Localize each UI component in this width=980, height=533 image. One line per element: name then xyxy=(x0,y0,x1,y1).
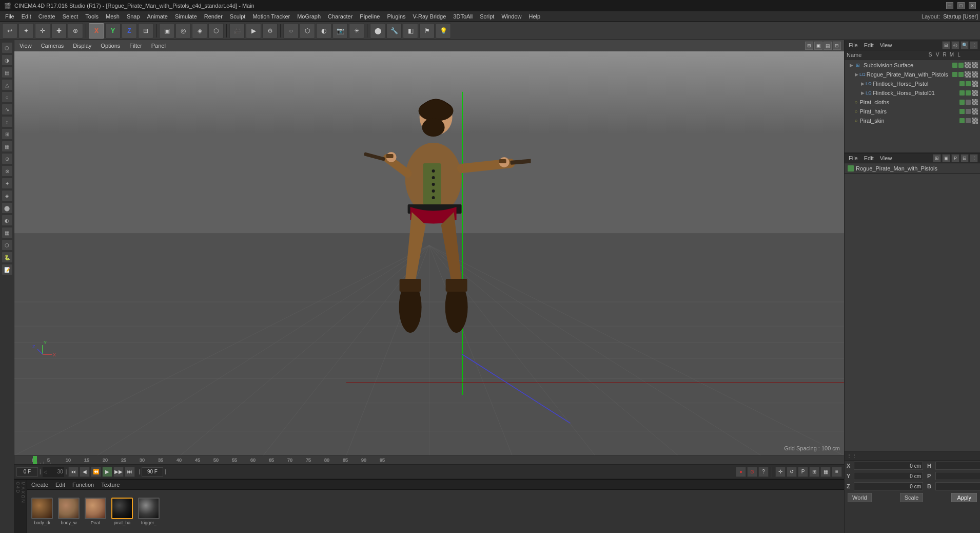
f1-dot1[interactable] xyxy=(959,81,965,86)
toolbar-polymode[interactable]: ◎ xyxy=(175,23,191,39)
menu-snap[interactable]: Snap xyxy=(124,12,143,21)
menu-edit[interactable]: Edit xyxy=(18,12,34,21)
toolbar-cube[interactable]: ⬡ xyxy=(300,23,315,39)
mat-thumb-body-di[interactable] xyxy=(31,498,53,519)
obj-subdivision-surface[interactable]: ▶ ⊞ Subdivision Surface xyxy=(845,61,980,70)
toolbar-deform[interactable]: ⬤ xyxy=(370,23,385,39)
menu-simulate[interactable]: Simulate xyxy=(172,12,200,21)
menu-mograph[interactable]: MoGraph xyxy=(294,12,324,21)
menu-plugins[interactable]: Plugins xyxy=(384,12,408,21)
obj-dot-green-1[interactable] xyxy=(952,63,957,68)
coord-b-input[interactable] xyxy=(935,482,980,490)
coord-y-pos-input[interactable] xyxy=(854,472,923,480)
toolbar-zmode[interactable]: Z xyxy=(122,23,137,39)
attr-icon-3[interactable]: P xyxy=(951,154,959,162)
toolbar-null[interactable]: ○ xyxy=(283,23,299,39)
toolbar-rendersettings[interactable]: ⚙ xyxy=(262,23,278,39)
help-button[interactable]: ? xyxy=(758,467,769,477)
toolbar-camera[interactable]: 📷 xyxy=(332,23,348,39)
obj-rogue-pirate[interactable]: ▶ LΩ Rogue_Pirate_Man_with_Pistols xyxy=(845,70,980,79)
mat-thumb-pirat-ha[interactable] xyxy=(111,498,133,519)
material-item-body-w[interactable]: body_w xyxy=(58,498,80,525)
world-button[interactable]: World xyxy=(848,493,872,502)
tool-knife-icon[interactable]: ⊗ xyxy=(2,165,13,177)
menu-3dtoall[interactable]: 3DToAll xyxy=(450,12,476,21)
menu-select[interactable]: Select xyxy=(60,12,82,21)
menu-render[interactable]: Render xyxy=(201,12,226,21)
menu-script[interactable]: Script xyxy=(477,12,497,21)
tool-sweep-icon[interactable]: ↕ xyxy=(2,116,13,127)
f2-dot2[interactable] xyxy=(966,90,971,96)
toolbar-light[interactable]: ☀ xyxy=(349,23,364,39)
mat-menu-create[interactable]: Create xyxy=(29,481,50,489)
tool-extrude-icon[interactable]: ⊞ xyxy=(2,128,13,140)
key-scale[interactable]: P xyxy=(798,467,808,477)
f2-dotc[interactable] xyxy=(972,90,978,96)
menu-help[interactable]: Help xyxy=(526,12,544,21)
menu-window[interactable]: Window xyxy=(498,12,524,21)
tool-lathe-icon[interactable]: ⊙ xyxy=(2,153,13,164)
toolbar-move[interactable]: ✚ xyxy=(51,23,67,39)
key-rotate[interactable]: ↺ xyxy=(787,467,797,477)
p-dot-green-1[interactable] xyxy=(952,72,957,77)
f2-dot1[interactable] xyxy=(959,90,965,96)
menu-file[interactable]: File xyxy=(2,12,17,21)
menu-create[interactable]: Create xyxy=(35,12,58,21)
h-dot1[interactable] xyxy=(959,109,965,114)
tool-spline-icon[interactable]: ∿ xyxy=(2,104,13,115)
timeline-ruler[interactable]: 0 5 10 15 20 25 30 35 40 45 50 55 60 65 … xyxy=(14,455,844,465)
end-frame-input[interactable] xyxy=(142,467,163,477)
attr-menu-file[interactable]: File xyxy=(847,154,860,162)
tool-script-icon[interactable]: 📝 xyxy=(2,264,13,275)
mat-menu-edit[interactable]: Edit xyxy=(53,481,67,489)
tool-loft-icon[interactable]: ▦ xyxy=(2,141,13,152)
attr-icon-2[interactable]: ▣ xyxy=(942,154,950,162)
viewport-menu-panel[interactable]: Panel xyxy=(149,42,168,50)
prev-frame-button[interactable]: ◀ xyxy=(80,467,90,477)
viewport-icon-3[interactable]: ▤ xyxy=(824,42,832,50)
toolbar-objmode[interactable]: ▣ xyxy=(159,23,174,39)
play-button[interactable]: ▶ xyxy=(102,467,112,477)
goto-end-button[interactable]: ⏭ xyxy=(125,467,135,477)
play-back-button[interactable]: ⏪ xyxy=(91,467,101,477)
toolbar-ymode[interactable]: Y xyxy=(105,23,121,39)
maximize-button[interactable]: □ xyxy=(957,2,965,9)
viewport-icon-4[interactable]: ⊟ xyxy=(833,42,841,50)
f1-dotc[interactable] xyxy=(972,81,978,87)
goto-start-button[interactable]: ⏮ xyxy=(68,467,79,477)
coord-h-input[interactable] xyxy=(935,462,980,470)
obj-menu-view[interactable]: View xyxy=(878,41,894,49)
viewport-icon-1[interactable]: ⊞ xyxy=(805,42,813,50)
toolbar-scene[interactable]: 🔧 xyxy=(386,23,402,39)
tool-torus-icon[interactable]: ○ xyxy=(2,91,13,103)
viewport-menu-display[interactable]: Display xyxy=(71,42,93,50)
menu-motiontracker[interactable]: Motion Tracker xyxy=(249,12,293,21)
key-move[interactable]: ✛ xyxy=(775,467,786,477)
undo-button[interactable]: ↩ xyxy=(2,23,17,39)
autokey-button[interactable]: ⊙ xyxy=(747,467,757,477)
toolbar-scale[interactable]: ⊕ xyxy=(68,23,83,39)
viewport-menu-cameras[interactable]: Cameras xyxy=(39,42,66,50)
h-dotc[interactable] xyxy=(972,108,978,115)
attr-icon-4[interactable]: ⊟ xyxy=(961,154,969,162)
record-button[interactable]: ● xyxy=(736,467,746,477)
tool-brush-icon[interactable]: ⬤ xyxy=(2,202,13,214)
current-frame-input[interactable] xyxy=(16,467,38,477)
obj-menu-edit[interactable]: Edit xyxy=(862,41,876,49)
c-dot1[interactable] xyxy=(959,100,965,105)
tool-layer-icon[interactable]: ▦ xyxy=(2,227,13,238)
tool-poly-icon[interactable]: ◈ xyxy=(2,190,13,201)
toolbar-new[interactable]: ✦ xyxy=(18,23,34,39)
tool-cone-icon[interactable]: △ xyxy=(2,79,13,90)
s-dotc[interactable] xyxy=(972,118,978,124)
menu-vray[interactable]: V-Ray Bridge xyxy=(410,12,449,21)
f1-dot2[interactable] xyxy=(966,81,971,86)
obj-pirat-hairs[interactable]: ○ Pirat_hairs xyxy=(845,107,980,116)
obj-icon-1[interactable]: ⊞ xyxy=(942,41,950,49)
tool-cube-icon[interactable]: ⬡ xyxy=(2,42,13,53)
tool-select2-icon[interactable]: ✦ xyxy=(2,178,13,189)
obj-flintlock2[interactable]: ▶ LΩ Flintlock_Horse_Pistol01 xyxy=(845,88,980,98)
mat-menu-texture[interactable]: Texture xyxy=(99,481,122,489)
s-dot2[interactable] xyxy=(966,118,971,123)
tool-python-icon[interactable]: 🐍 xyxy=(2,252,13,263)
